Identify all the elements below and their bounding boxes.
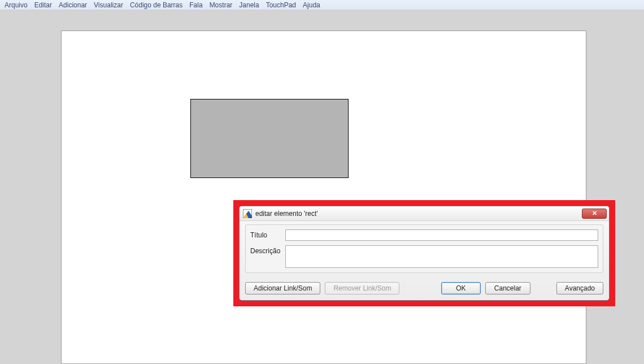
menu-visualizar[interactable]: Visualizar bbox=[90, 1, 127, 10]
remove-link-sound-button: Remover Link/Som bbox=[325, 282, 399, 294]
menu-ajuda[interactable]: Ajuda bbox=[299, 1, 324, 10]
dialog-highlight: editar elemento 'rect' ✕ Título Descriçã… bbox=[233, 200, 615, 306]
dialog-title: editar elemento 'rect' bbox=[255, 210, 582, 218]
title-input[interactable] bbox=[285, 229, 598, 241]
description-label: Descrição bbox=[250, 245, 285, 255]
title-label: Título bbox=[250, 229, 285, 239]
menu-touchpad[interactable]: TouchPad bbox=[263, 1, 299, 10]
edit-element-dialog: editar elemento 'rect' ✕ Título Descriçã… bbox=[239, 206, 610, 301]
menu-mostrar[interactable]: Mostrar bbox=[206, 1, 236, 10]
dialog-titlebar[interactable]: editar elemento 'rect' ✕ bbox=[240, 206, 609, 221]
rect-element[interactable] bbox=[190, 99, 349, 178]
menu-adicionar[interactable]: Adicionar bbox=[55, 1, 90, 10]
close-button[interactable]: ✕ bbox=[582, 209, 607, 219]
app-icon bbox=[243, 209, 252, 218]
cancel-button[interactable]: Cancelar bbox=[485, 282, 530, 294]
advanced-button[interactable]: Avançado bbox=[556, 282, 603, 294]
dialog-body: Título Descrição bbox=[240, 221, 609, 278]
menubar: Arquivo Editar Adicionar Visualizar Códi… bbox=[0, 0, 644, 10]
workspace: editar elemento 'rect' ✕ Título Descriçã… bbox=[0, 10, 644, 364]
menu-janela[interactable]: Janela bbox=[236, 1, 262, 10]
field-group: Título Descrição bbox=[245, 224, 603, 273]
menu-arquivo[interactable]: Arquivo bbox=[1, 1, 31, 10]
menu-editar[interactable]: Editar bbox=[31, 1, 55, 10]
menu-codigo-barras[interactable]: Código de Barras bbox=[127, 1, 186, 10]
dialog-button-row: Adicionar Link/Som Remover Link/Som OK C… bbox=[240, 278, 609, 300]
ok-button[interactable]: OK bbox=[441, 282, 481, 294]
close-icon: ✕ bbox=[592, 210, 597, 216]
canvas[interactable] bbox=[61, 31, 586, 364]
add-link-sound-button[interactable]: Adicionar Link/Som bbox=[245, 282, 320, 294]
menu-fala[interactable]: Fala bbox=[186, 1, 206, 10]
description-input[interactable] bbox=[285, 245, 598, 268]
